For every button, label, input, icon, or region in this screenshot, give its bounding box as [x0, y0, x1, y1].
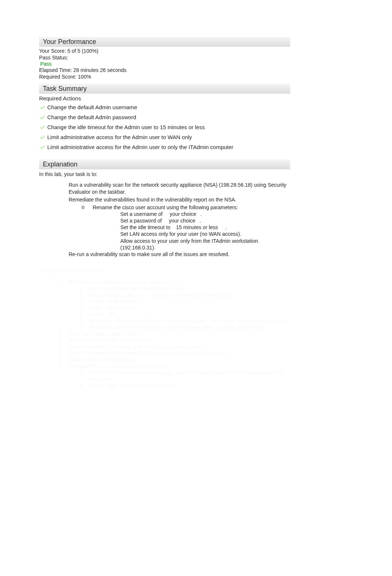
- subsub-text: Allow access to your user only from the …: [120, 238, 290, 251]
- action-text: Limit administrative access for the Admi…: [47, 144, 233, 150]
- elapsed-time-text: Elapsed Time: 28 minutes 26 seconds: [39, 67, 290, 73]
- bullet-text: Remediate the vulnerabilities found in t…: [69, 196, 290, 203]
- subsub-text: Set LAN access only for your user (no WA…: [120, 231, 290, 237]
- list-item: 6. Select Device Administration .: [59, 357, 290, 363]
- explanation-heading: Explanation: [39, 159, 290, 169]
- list-item: Set LAN access only for your user (no WA…: [111, 231, 290, 237]
- letter-text: Select IPv4 Address .: [89, 299, 290, 305]
- num-text: From the address bar, enter 198.28.56.18…: [69, 344, 290, 351]
- sub-marker: o: [82, 204, 93, 210]
- action-text: Change the default Admin password: [47, 114, 136, 120]
- action-item: Change the default Admin username: [39, 102, 290, 112]
- action-item: Limit administrative access for the Admi…: [39, 142, 290, 152]
- action-text: Change the idle timeout for the Admin us…: [47, 124, 205, 130]
- list-item: d. Enter 198.28.56.18 .: [80, 305, 290, 312]
- list-item: o Rename the cisco user account using th…: [82, 204, 290, 211]
- sub-text: Rename the cisco user account using the …: [93, 204, 290, 211]
- list-item: 5. In the Username and Password fields, …: [59, 350, 290, 357]
- bullet-text: Re-run a vulnerability scan to make sure…: [69, 251, 290, 258]
- num-text: Maximize Chrome for easier viewing.: [69, 337, 290, 344]
- num-marker: 6.: [59, 357, 69, 363]
- list-item: 3. Maximize Chrome for easier viewing.: [59, 337, 290, 344]
- letter-text: Next to Target, select the Target icon t…: [89, 292, 290, 299]
- action-item: Limit administrative access for the Admi…: [39, 132, 290, 142]
- letter-text: From the Device Administration page, sel…: [89, 370, 290, 383]
- sub-list: o Rename the cisco user account using th…: [61, 204, 290, 251]
- performance-heading: Your Performance: [39, 37, 290, 47]
- required-actions-label: Required Actions: [39, 94, 290, 102]
- letter-marker: a.: [80, 286, 89, 292]
- subsub-list: Set a username of your choice . Set a pa…: [82, 211, 290, 251]
- action-text: Limit administrative access for the Admi…: [47, 134, 192, 140]
- letter-text: Select the Status Identification Securit…: [89, 318, 290, 325]
- list-item: b. Select Edit for the cisco username.: [80, 383, 290, 389]
- list-item: Set a username of your choice .: [111, 211, 290, 217]
- num-text: From the taskbar, open Chrome.: [69, 331, 290, 338]
- letter-marker: b.: [80, 383, 89, 389]
- list-item: Allow access to your user only from the …: [111, 238, 290, 251]
- list-item: Run a vulnerability scan for the network…: [61, 182, 290, 196]
- list-item: 4. From the address bar, enter 198.28.56…: [59, 344, 290, 351]
- faded-heading: Complete this lab as follows:: [39, 265, 290, 276]
- num-marker: 1.: [59, 279, 69, 285]
- letter-marker: f.: [80, 318, 89, 324]
- num-marker: 3.: [59, 337, 69, 343]
- list-item: Re-run a vulnerability scan to make sure…: [61, 251, 290, 258]
- num-text: Run a Security Evaluator report as follo…: [69, 279, 290, 286]
- list-item: a. From the Device Administration page, …: [80, 370, 290, 383]
- num-text: Select Device Administration .: [69, 357, 290, 363]
- check-icon: [40, 145, 45, 150]
- num-marker: 4.: [59, 344, 69, 350]
- action-item: Change the idle timeout for the Admin us…: [39, 122, 290, 132]
- numbered-steps: 1. Run a Security Evaluator report as fo…: [39, 279, 290, 389]
- letter-marker: d.: [80, 305, 89, 311]
- list-item: 1. Run a Security Evaluator report as fo…: [59, 279, 290, 286]
- letter-text: Select Edit for the cisco username.: [89, 383, 290, 389]
- letter-marker: g.: [80, 324, 89, 330]
- letter-text: From the taskbar, open Security Evaluato…: [89, 286, 290, 292]
- num-text: Rename the cisco user account as follows…: [69, 363, 290, 370]
- check-icon: [40, 105, 45, 110]
- subsub-text: Set a password of your choice .: [120, 217, 290, 224]
- list-item: e. Select OK .: [80, 311, 290, 318]
- subsub-text: Set the idle timeout to 15 minutes or le…: [120, 224, 290, 231]
- required-score-text: Required Score: 100%: [39, 73, 290, 80]
- list-item: 7. Rename the cisco user account as foll…: [59, 363, 290, 370]
- list-item: Set the idle timeout to 15 minutes or le…: [111, 224, 290, 231]
- task-summary-heading: Task Summary: [39, 84, 290, 94]
- letter-text: Enter 198.28.56.18 .: [89, 305, 290, 312]
- num-marker: 2.: [59, 331, 69, 337]
- letter-marker: e.: [80, 311, 89, 317]
- check-icon: [40, 135, 45, 140]
- explanation-intro: In this lab, your task is to:: [39, 170, 290, 182]
- letter-text: Select OK .: [89, 311, 290, 318]
- explanation-list: Run a vulnerability scan for the network…: [39, 182, 290, 258]
- bullet-text: Run a vulnerability scan for the network…: [69, 182, 290, 196]
- list-item: g. Review the results to determine which…: [80, 324, 290, 331]
- list-item: a. From the taskbar, open Security Evalu…: [80, 286, 290, 292]
- num-marker: 7.: [59, 363, 69, 369]
- list-item: f. Select the Status Identification Secu…: [80, 318, 290, 325]
- score-text: Your Score: 5 of 5 (100%): [39, 48, 290, 54]
- list-item: c. Select IPv4 Address .: [80, 299, 290, 305]
- check-icon: [40, 125, 45, 130]
- list-item: 2. From the taskbar, open Chrome.: [59, 331, 290, 338]
- list-item: Set a password of your choice .: [111, 217, 290, 224]
- check-icon: [40, 115, 45, 120]
- pass-status-value: Pass: [39, 61, 290, 67]
- letter-marker: b.: [80, 292, 89, 298]
- letter-marker: c.: [80, 299, 89, 304]
- action-item: Change the default Admin password: [39, 112, 290, 122]
- num-text: In the Username and Password fields, ent…: [69, 350, 290, 357]
- letter-text: Review the results to determine which it…: [89, 324, 290, 331]
- pass-status-label: Pass Status:: [39, 54, 290, 61]
- num-marker: 5.: [59, 350, 69, 356]
- list-item: Remediate the vulnerabilities found in t…: [61, 196, 290, 203]
- letter-marker: a.: [80, 370, 89, 376]
- subsub-text: Set a username of your choice .: [120, 211, 290, 217]
- action-text: Change the default Admin username: [47, 104, 137, 110]
- faded-instructions: Complete this lab as follows: 1. Run a S…: [39, 265, 290, 389]
- list-item: b. Next to Target, select the Target ico…: [80, 292, 290, 299]
